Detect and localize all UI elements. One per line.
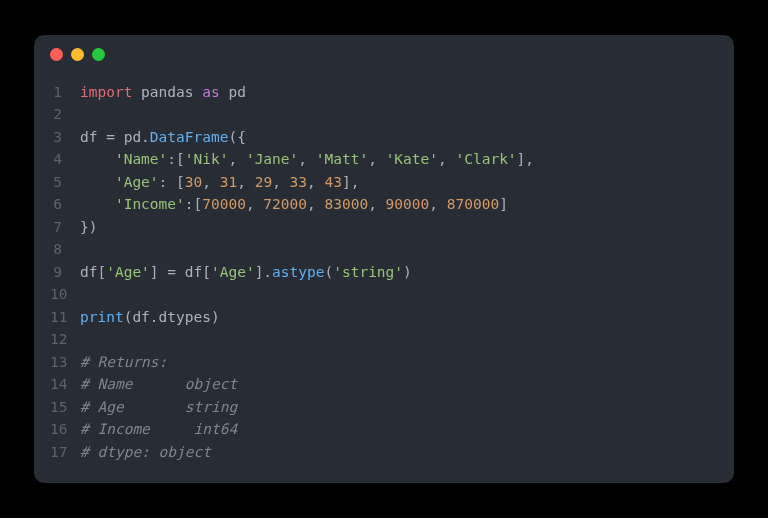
code-content: # Age string xyxy=(80,396,237,418)
code-line: 2 xyxy=(34,103,734,125)
code-line: 8 xyxy=(34,238,734,260)
code-content: df = pd.DataFrame({ xyxy=(80,126,246,148)
line-number: 15 xyxy=(50,396,80,418)
code-editor[interactable]: 1import pandas as pd23df = pd.DataFrame(… xyxy=(34,73,734,479)
code-line: 4 'Name':['Nik', 'Jane', 'Matt', 'Kate',… xyxy=(34,148,734,170)
line-number: 7 xyxy=(50,216,80,238)
line-number: 6 xyxy=(50,193,80,215)
code-line: 1import pandas as pd xyxy=(34,81,734,103)
code-line: 14# Name object xyxy=(34,373,734,395)
code-line: 17# dtype: object xyxy=(34,441,734,463)
code-content: 'Name':['Nik', 'Jane', 'Matt', 'Kate', '… xyxy=(80,148,534,170)
code-line: 16# Income int64 xyxy=(34,418,734,440)
line-number: 8 xyxy=(50,238,80,260)
code-line: 7}) xyxy=(34,216,734,238)
line-number: 3 xyxy=(50,126,80,148)
line-number: 10 xyxy=(50,283,80,305)
editor-window: 1import pandas as pd23df = pd.DataFrame(… xyxy=(34,35,734,483)
line-number: 13 xyxy=(50,351,80,373)
minimize-icon[interactable] xyxy=(71,48,84,61)
code-content: 'Income':[70000, 72000, 83000, 90000, 87… xyxy=(80,193,508,215)
code-line: 3df = pd.DataFrame({ xyxy=(34,126,734,148)
code-content: df['Age'] = df['Age'].astype('string') xyxy=(80,261,412,283)
code-line: 12 xyxy=(34,328,734,350)
code-line: 10 xyxy=(34,283,734,305)
code-line: 9df['Age'] = df['Age'].astype('string') xyxy=(34,261,734,283)
line-number: 11 xyxy=(50,306,80,328)
code-content: # Income int64 xyxy=(80,418,237,440)
code-line: 5 'Age': [30, 31, 29, 33, 43], xyxy=(34,171,734,193)
line-number: 17 xyxy=(50,441,80,463)
line-number: 14 xyxy=(50,373,80,395)
code-content: print(df.dtypes) xyxy=(80,306,220,328)
line-number: 1 xyxy=(50,81,80,103)
line-number: 4 xyxy=(50,148,80,170)
code-content: import pandas as pd xyxy=(80,81,246,103)
code-content: 'Age': [30, 31, 29, 33, 43], xyxy=(80,171,359,193)
line-number: 5 xyxy=(50,171,80,193)
code-line: 15# Age string xyxy=(34,396,734,418)
title-bar xyxy=(34,35,734,73)
code-content: # Returns: xyxy=(80,351,167,373)
code-line: 11print(df.dtypes) xyxy=(34,306,734,328)
line-number: 12 xyxy=(50,328,80,350)
line-number: 2 xyxy=(50,103,80,125)
code-line: 13# Returns: xyxy=(34,351,734,373)
code-content: # dtype: object xyxy=(80,441,211,463)
line-number: 9 xyxy=(50,261,80,283)
code-line: 6 'Income':[70000, 72000, 83000, 90000, … xyxy=(34,193,734,215)
line-number: 16 xyxy=(50,418,80,440)
close-icon[interactable] xyxy=(50,48,63,61)
code-content: }) xyxy=(80,216,97,238)
code-content: # Name object xyxy=(80,373,237,395)
maximize-icon[interactable] xyxy=(92,48,105,61)
